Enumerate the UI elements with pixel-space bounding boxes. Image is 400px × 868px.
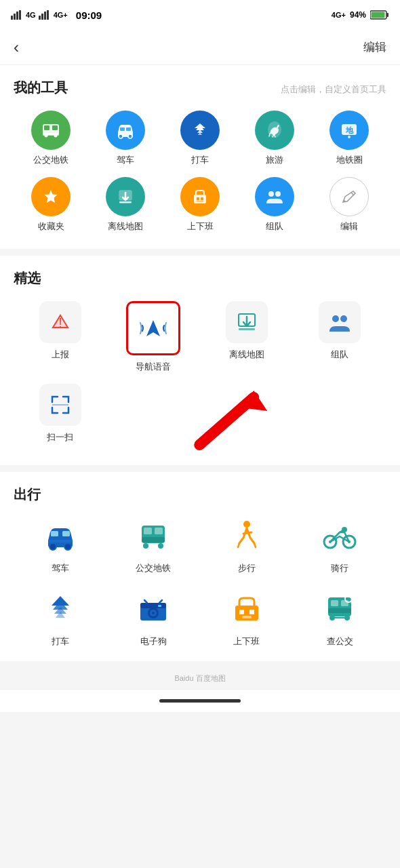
featured-alert-icon: ! <box>39 301 81 343</box>
tool-favorites-label: 收藏夹 <box>38 220 64 233</box>
transport-title: 出行 <box>14 487 41 502</box>
svg-point-36 <box>268 191 274 197</box>
tool-drive[interactable]: 驾车 <box>88 111 163 166</box>
status-left: 4G 4G+ 09:09 <box>11 9 102 21</box>
featured-alert-label: 上报 <box>52 349 69 361</box>
transport-bike-label: 骑行 <box>331 562 348 574</box>
svg-point-56 <box>158 543 163 549</box>
transport-walk[interactable]: 步行 <box>200 515 294 574</box>
svg-rect-16 <box>43 133 59 136</box>
my-tools-section: 我的工具 点击编辑，自定义首页工具 公交地铁 <box>0 65 400 249</box>
transport-commute-label: 上下班 <box>233 635 260 648</box>
featured-team[interactable]: 组队 <box>294 301 387 373</box>
svg-rect-80 <box>328 608 351 613</box>
tool-travel-icon <box>255 111 294 150</box>
svg-point-18 <box>128 134 132 138</box>
featured-alert[interactable]: ! 上报 <box>14 301 107 373</box>
transport-commute[interactable]: 上下班 <box>200 588 294 648</box>
red-arrow <box>107 384 387 452</box>
tool-drive-label: 驾车 <box>117 154 134 166</box>
svg-rect-2 <box>16 12 18 20</box>
svg-rect-32 <box>194 195 206 203</box>
transport-walk-icon <box>226 515 268 557</box>
svg-text:地: 地 <box>345 126 354 134</box>
svg-marker-29 <box>45 190 58 203</box>
svg-rect-79 <box>341 600 348 606</box>
svg-rect-12 <box>44 125 49 130</box>
featured-nav-voice[interactable]: 导航语音 <box>107 301 201 373</box>
tool-favorites[interactable]: 收藏夹 <box>14 177 88 233</box>
transport-query-bus-label: 查公交 <box>327 635 353 648</box>
edit-nav-button[interactable]: 编辑 <box>363 39 386 55</box>
watermark-text: Baidu 百度地图 <box>174 674 225 682</box>
svg-point-43 <box>340 315 347 322</box>
svg-rect-54 <box>142 537 165 542</box>
svg-point-28 <box>348 136 351 138</box>
tool-taxi-label: 打车 <box>191 154 209 166</box>
transport-camera-label: 电子狗 <box>140 635 167 648</box>
svg-line-85 <box>351 601 354 604</box>
tool-favorites-icon <box>31 177 71 216</box>
transport-grid: 驾车 公交地铁 <box>14 515 386 648</box>
tool-commute[interactable]: 上下班 <box>163 177 237 233</box>
back-button[interactable]: ‹ <box>14 38 19 57</box>
network-type-2: 4G+ <box>54 11 68 19</box>
svg-rect-34 <box>201 197 203 200</box>
svg-rect-47 <box>62 531 70 536</box>
svg-point-55 <box>143 543 148 549</box>
transport-taxi-label: 打车 <box>52 635 69 648</box>
svg-rect-4 <box>39 16 41 20</box>
featured-scan[interactable]: 扫一扫 <box>14 384 107 443</box>
svg-rect-31 <box>119 201 132 203</box>
svg-rect-13 <box>52 125 58 130</box>
svg-rect-0 <box>11 16 13 20</box>
svg-rect-33 <box>197 197 199 200</box>
transport-taxi[interactable]: 打车 <box>14 588 107 648</box>
svg-rect-20 <box>126 127 131 131</box>
svg-rect-1 <box>14 14 16 20</box>
transport-drive[interactable]: 驾车 <box>14 515 107 574</box>
svg-rect-10 <box>372 12 385 18</box>
transport-camera[interactable]: 电子狗 <box>107 588 201 648</box>
tool-bus-icon <box>31 111 71 150</box>
tool-offline-icon <box>106 177 145 216</box>
tool-offline[interactable]: 离线地图 <box>88 177 163 233</box>
tool-bus-label: 公交地铁 <box>33 154 68 166</box>
featured-team-label: 组队 <box>331 349 348 361</box>
tool-bus[interactable]: 公交地铁 <box>14 111 88 166</box>
svg-marker-39 <box>146 320 160 336</box>
featured-team-icon <box>319 301 361 343</box>
tool-offline-label: 离线地图 <box>108 220 143 233</box>
tool-metro[interactable]: 地 地铁圈 <box>312 111 386 166</box>
svg-rect-68 <box>140 603 166 608</box>
arrow-container <box>107 384 387 452</box>
tool-taxi[interactable]: 打车 <box>163 111 237 166</box>
transport-section: 出行 驾车 <box>0 472 400 661</box>
my-tools-header: 我的工具 点击编辑，自定义首页工具 <box>14 79 386 97</box>
transport-bus[interactable]: 公交地铁 <box>107 515 201 574</box>
featured-grid-row2: 扫一扫 <box>14 384 386 452</box>
featured-title: 精选 <box>14 269 41 288</box>
tool-edit[interactable]: 编辑 <box>312 177 386 233</box>
home-indicator <box>159 699 241 703</box>
featured-offline-label: 离线地图 <box>229 349 264 361</box>
tool-travel[interactable]: 旅游 <box>237 111 312 166</box>
featured-section: 精选 ! 上报 <box>0 256 400 465</box>
transport-camera-icon <box>132 588 174 630</box>
svg-rect-74 <box>239 610 244 614</box>
tool-metro-label: 地铁圈 <box>336 154 363 166</box>
svg-point-42 <box>332 315 339 322</box>
svg-rect-3 <box>19 10 21 20</box>
tool-edit-icon <box>329 177 369 216</box>
transport-walk-label: 步行 <box>238 562 256 574</box>
transport-bike[interactable]: 骑行 <box>294 515 387 574</box>
svg-rect-9 <box>387 13 389 17</box>
transport-query-bus[interactable]: 查公交 <box>294 588 387 648</box>
signal-icon-2 <box>39 10 51 20</box>
featured-offline[interactable]: 离线地图 <box>200 301 294 373</box>
svg-rect-46 <box>51 531 58 536</box>
svg-rect-50 <box>48 540 73 542</box>
tool-team-icon <box>255 177 294 216</box>
tool-team[interactable]: 组队 <box>237 177 312 233</box>
battery-percent: 94% <box>350 10 366 20</box>
